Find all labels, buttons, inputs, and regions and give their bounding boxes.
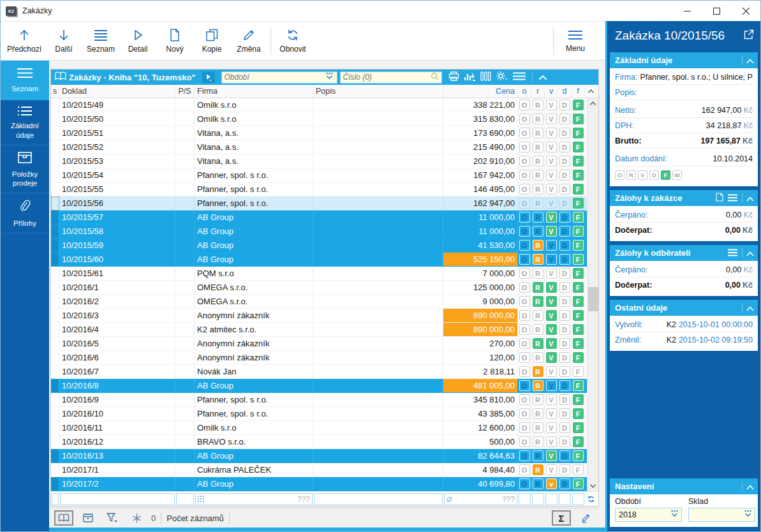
- column-header-cena[interactable]: Cena: [443, 85, 518, 98]
- obdobi-select[interactable]: 2018: [615, 508, 682, 522]
- summary-cell-doklad[interactable]: [60, 493, 175, 505]
- cislo-filter-input[interactable]: [343, 73, 428, 82]
- table-row[interactable]: 10/2016/1OMEGA s.r.o.125 000,00ORVDF: [51, 281, 598, 295]
- scroll-down-arrow[interactable]: [587, 481, 599, 491]
- table-row[interactable]: 10/2016/10Pfanner, spol. s r.o.43 385,00…: [51, 407, 598, 421]
- table-row[interactable]: 10/2016/11Omilk s.r.o12 600,00ORVDF: [51, 421, 598, 435]
- scroll-thumb[interactable]: [588, 287, 598, 311]
- table-row[interactable]: 10/2015/57AB Group11 000,00ORVDF: [51, 211, 598, 225]
- chevron-up-icon[interactable]: [746, 248, 754, 259]
- column-header-popis[interactable]: Popis: [313, 85, 443, 98]
- table-row[interactable]: 10/2015/61PQM s.r.o7 000,00ORVDF: [51, 267, 598, 281]
- summary-cell-firma[interactable]: ???: [195, 493, 313, 505]
- book-select-button[interactable]: [202, 71, 215, 83]
- table-row[interactable]: 10/2016/8AB Group481 005,00ORVDF: [51, 379, 598, 393]
- table-row[interactable]: 10/2015/53Vitana, a.s.202 910,00ORVDF: [51, 154, 598, 168]
- menu-button[interactable]: Menu: [557, 22, 594, 60]
- table-row[interactable]: 10/2015/51Vitana, a.s.173 690,00ORVDF: [51, 126, 598, 140]
- refresh-button[interactable]: Obnovit: [274, 22, 311, 60]
- new-button[interactable]: Nový: [156, 22, 193, 60]
- next-button[interactable]: Další: [45, 22, 82, 60]
- column-header-d[interactable]: d: [558, 85, 572, 98]
- table-row[interactable]: 10/2016/4K2 atmitec s.r.o.890 000,00ORVD…: [51, 323, 598, 337]
- section-header[interactable]: Základní údaje: [610, 52, 758, 68]
- table-row[interactable]: 10/2015/56Pfanner, spol. s r.o.162 947,0…: [51, 196, 598, 211]
- table-row[interactable]: 10/2016/3Anonymní zákazník890 000,00ORVD…: [51, 309, 598, 323]
- previous-button[interactable]: Předchozí: [3, 22, 45, 60]
- copy-button[interactable]: Kopie: [193, 22, 230, 60]
- table-row[interactable]: 10/2016/2OMEGA s.r.o.9 000,00ORVDF: [51, 295, 598, 309]
- sidebar-item-prilohy[interactable]: Přílohy: [1, 193, 49, 233]
- summary-cell-o[interactable]: [519, 493, 531, 505]
- header-scroll-corner[interactable]: [585, 85, 596, 98]
- archive-icon[interactable]: [78, 510, 98, 526]
- hamburger-icon[interactable]: [512, 71, 526, 84]
- chevron-up-icon[interactable]: [746, 481, 754, 492]
- sum-button[interactable]: Σ: [552, 510, 571, 526]
- summary-refresh-icon[interactable]: [585, 495, 596, 503]
- table-row[interactable]: 10/2015/50Omilk s.r.o315 830,00ORVDF: [51, 112, 598, 126]
- summary-cell-popis[interactable]: [314, 493, 443, 505]
- chevron-up-icon[interactable]: [746, 302, 754, 314]
- table-row[interactable]: 10/2017/2AB Group40 699,80ORvDF: [51, 477, 598, 491]
- vertical-scrollbar[interactable]: [587, 98, 598, 491]
- hamburger-icon[interactable]: [727, 193, 738, 204]
- column-header-v[interactable]: v: [545, 85, 558, 98]
- dropdown-icon[interactable]: [670, 510, 679, 520]
- change-button[interactable]: Změna: [230, 22, 267, 60]
- table-row[interactable]: 10/2015/52Vitana, a.s.215 490,00ORVDF: [51, 140, 598, 154]
- edit-pencil-icon[interactable]: [576, 510, 595, 526]
- collapse-chevron-icon[interactable]: [538, 71, 547, 83]
- summary-cell-cena[interactable]: Ø ???: [444, 493, 517, 505]
- column-header-r[interactable]: r: [531, 85, 545, 98]
- sidebar-item-zakladni-udaje[interactable]: Základní údaje: [1, 100, 49, 145]
- column-header-ps[interactable]: P/S: [175, 85, 195, 98]
- summary-cell-r[interactable]: [532, 493, 544, 505]
- summary-cell-d[interactable]: [559, 493, 571, 505]
- columns-icon[interactable]: [480, 71, 491, 84]
- summary-cell-f[interactable]: [572, 493, 584, 505]
- section-header[interactable]: Zálohy k odběrateli: [610, 245, 758, 261]
- maximize-button[interactable]: [702, 1, 731, 21]
- scroll-track[interactable]: [587, 108, 599, 481]
- table-row[interactable]: 10/2015/49Omilk s.r.o338 221,00ORVDF: [51, 98, 598, 112]
- table-row[interactable]: 10/2016/12BRAVO s.r.o.500,00ORVDF: [51, 435, 598, 449]
- minimize-button[interactable]: [672, 1, 702, 21]
- column-header-o[interactable]: o: [518, 85, 531, 98]
- close-button[interactable]: [731, 1, 760, 21]
- table-row[interactable]: 10/2015/58AB Group11 000,00ORVDF: [51, 225, 598, 239]
- obdobi-filter-input[interactable]: [225, 73, 322, 82]
- summary-cell-ps[interactable]: [176, 493, 194, 505]
- table-row[interactable]: 10/2016/7Novák Jan2 818,11ORVDF: [51, 365, 598, 379]
- table-row[interactable]: 10/2016/5Anonymní zákazník270,00ORVDF: [51, 337, 598, 351]
- detail-button[interactable]: Detail: [119, 22, 156, 60]
- summary-cell-v[interactable]: [545, 493, 558, 505]
- book-view-toggle[interactable]: [54, 510, 73, 526]
- scroll-up-arrow[interactable]: [587, 98, 599, 108]
- chevron-up-icon[interactable]: [746, 55, 754, 66]
- column-header-f[interactable]: f: [572, 85, 585, 98]
- dropdown-icon[interactable]: [325, 71, 334, 83]
- table-row[interactable]: 10/2015/60AB Group525 150,00ORVDF: [51, 253, 598, 267]
- table-row[interactable]: 10/2017/1Cukrárna PALEČEK4 984,40ORVDF: [51, 463, 598, 477]
- dropdown-icon[interactable]: [743, 510, 753, 520]
- list-button[interactable]: Seznam: [82, 22, 119, 60]
- section-header[interactable]: Zálohy k zakázce: [610, 190, 758, 206]
- gear-icon[interactable]: [496, 71, 508, 84]
- table-row[interactable]: 10/2015/54Pfanner, spol. s r.o.167 942,0…: [51, 168, 598, 182]
- sidebar-item-polozky-prodeje[interactable]: Položky prodeje: [1, 145, 49, 193]
- cislo-filter-field[interactable]: [340, 71, 442, 84]
- print-icon[interactable]: [448, 71, 459, 84]
- table-row[interactable]: 10/2015/59AB Group41 530,00ORVDF: [51, 239, 598, 253]
- obdobi-filter-field[interactable]: [221, 71, 337, 84]
- summary-cell-s[interactable]: [52, 493, 59, 505]
- table-row[interactable]: 10/2015/55Pfanner, spol. s r.o.146 495,0…: [51, 182, 598, 196]
- column-header-firma[interactable]: Firma: [195, 85, 313, 98]
- filter-icon[interactable]: [103, 510, 122, 526]
- column-header-s[interactable]: s: [51, 85, 59, 98]
- section-header[interactable]: Nastavení: [610, 478, 758, 494]
- chart-icon[interactable]: [464, 71, 476, 84]
- sklad-select[interactable]: [688, 508, 755, 522]
- chevron-up-icon[interactable]: [746, 193, 754, 204]
- table-row[interactable]: 10/2016/9Pfanner, spol. s r.o.345 810,00…: [51, 393, 598, 407]
